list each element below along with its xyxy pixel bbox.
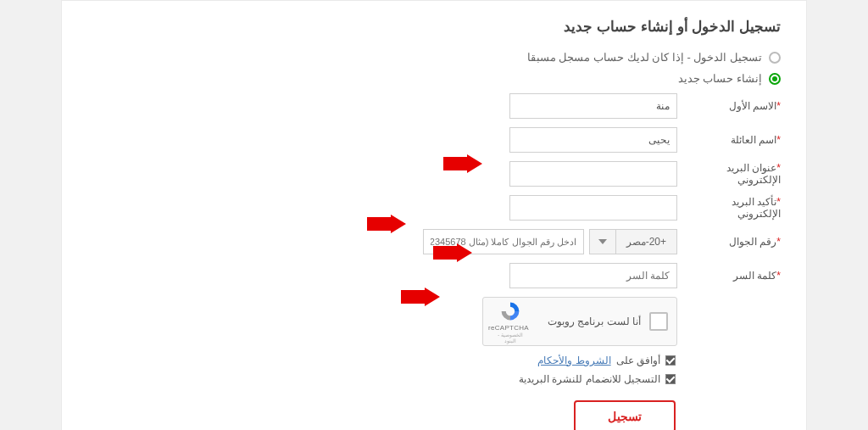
page-title: تسجيل الدخول أو إنشاء حساب جديد (87, 18, 781, 36)
email-confirm-input[interactable] (509, 195, 677, 221)
label-email: *عنوان البريد الإلكتروني (686, 162, 781, 186)
recaptcha-icon (499, 300, 521, 322)
password-input[interactable] (509, 263, 677, 288)
email-input[interactable] (509, 161, 677, 187)
country-code-label: +20-مصر (615, 230, 676, 254)
radio-icon-selected (769, 73, 781, 85)
label-email-confirm: *تأكيد البريد الإلكتروني (686, 196, 781, 220)
newsletter-label: التسجيل للانضمام للنشرة البريدية (519, 373, 660, 385)
radio-login[interactable]: تسجيل الدخول - إذا كان لديك حساب مسجل مس… (87, 51, 781, 64)
newsletter-checkbox-row[interactable]: التسجيل للانضمام للنشرة البريدية (87, 373, 676, 385)
recaptcha-checkbox[interactable] (649, 312, 668, 331)
last-name-input[interactable] (509, 127, 677, 153)
terms-checkbox-row[interactable]: أوافق على الشروط والأحكام (87, 355, 676, 366)
recaptcha-label: أنا لست برنامج روبوت (537, 316, 641, 327)
label-last-name: *اسم العائلة (686, 134, 781, 146)
recaptcha-widget[interactable]: أنا لست برنامج روبوت reCAPTCHA الخصوصية … (482, 297, 677, 346)
radio-login-label: تسجيل الدخول - إذا كان لديك حساب مسجل مس… (527, 51, 762, 64)
terms-prefix: أوافق على (616, 355, 660, 366)
submit-button[interactable]: تسجيل (574, 400, 676, 430)
checkbox-icon (665, 374, 676, 384)
radio-register[interactable]: إنشاء حساب جديد (87, 72, 781, 85)
recaptcha-badge: reCAPTCHA الخصوصية - البنود (492, 300, 529, 343)
label-mobile: *رقم الجوال (686, 236, 781, 248)
checkbox-icon (665, 355, 676, 366)
mobile-input[interactable] (423, 229, 584, 254)
label-first-name: *الاسم الأول (686, 100, 781, 112)
terms-link[interactable]: الشروط والأحكام (537, 355, 610, 366)
chevron-down-icon (590, 230, 615, 254)
first-name-input[interactable] (509, 93, 677, 119)
country-select[interactable]: +20-مصر (589, 229, 677, 254)
radio-register-label: إنشاء حساب جديد (678, 72, 762, 85)
label-password: *كلمة السر (686, 270, 781, 282)
radio-icon-unselected (769, 52, 781, 64)
